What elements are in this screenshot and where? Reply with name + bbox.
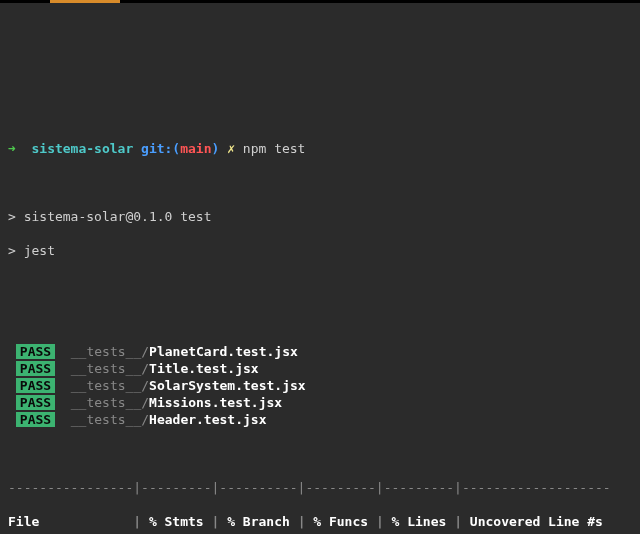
- test-file-name: Title.test.jsx: [149, 361, 259, 376]
- pass-badge: PASS: [16, 344, 55, 359]
- test-file-name: PlanetCard.test.jsx: [149, 344, 298, 359]
- npm-run-line-2: > jest: [8, 243, 632, 260]
- prompt-branch: main: [180, 141, 211, 156]
- test-pass-row: PASS __tests__/PlanetCard.test.jsx: [8, 344, 632, 361]
- prompt-line-1: ➜ sistema-solar git:(main) ✗ npm test: [8, 141, 632, 158]
- prompt-dir: sistema-solar: [31, 141, 133, 156]
- coverage-divider: ----------------|---------|----------|--…: [8, 480, 632, 497]
- blank-line: [8, 175, 632, 192]
- test-pass-row: PASS __tests__/Header.test.jsx: [8, 412, 632, 429]
- test-path-prefix: __tests__/: [71, 361, 149, 376]
- blank-line: [8, 277, 632, 294]
- test-file-name: Missions.test.jsx: [149, 395, 282, 410]
- test-path-prefix: __tests__/: [71, 412, 149, 427]
- pass-badge: PASS: [16, 395, 55, 410]
- test-path-prefix: __tests__/: [71, 395, 149, 410]
- pass-badge: PASS: [16, 361, 55, 376]
- npm-run-line-1: > sistema-solar@0.1.0 test: [8, 209, 632, 226]
- coverage-header-row: File | % Stmts | % Branch | % Funcs | % …: [8, 514, 632, 531]
- pass-badge: PASS: [16, 412, 55, 427]
- test-path-prefix: __tests__/: [71, 378, 149, 393]
- prompt-arrow-icon: ➜: [8, 141, 16, 156]
- prompt-git-label: git:(: [141, 141, 180, 156]
- window-tab-indicator: [50, 0, 120, 3]
- test-path-prefix: __tests__/: [71, 344, 149, 359]
- test-pass-row: PASS __tests__/Title.test.jsx: [8, 361, 632, 378]
- prompt-command: npm test: [243, 141, 306, 156]
- test-pass-row: PASS __tests__/Missions.test.jsx: [8, 395, 632, 412]
- test-pass-row: PASS __tests__/SolarSystem.test.jsx: [8, 378, 632, 395]
- prompt-git-close: ): [212, 141, 220, 156]
- pass-badge: PASS: [16, 378, 55, 393]
- prompt-dirty-icon: ✗: [227, 141, 235, 156]
- test-file-name: SolarSystem.test.jsx: [149, 378, 306, 393]
- test-file-name: Header.test.jsx: [149, 412, 266, 427]
